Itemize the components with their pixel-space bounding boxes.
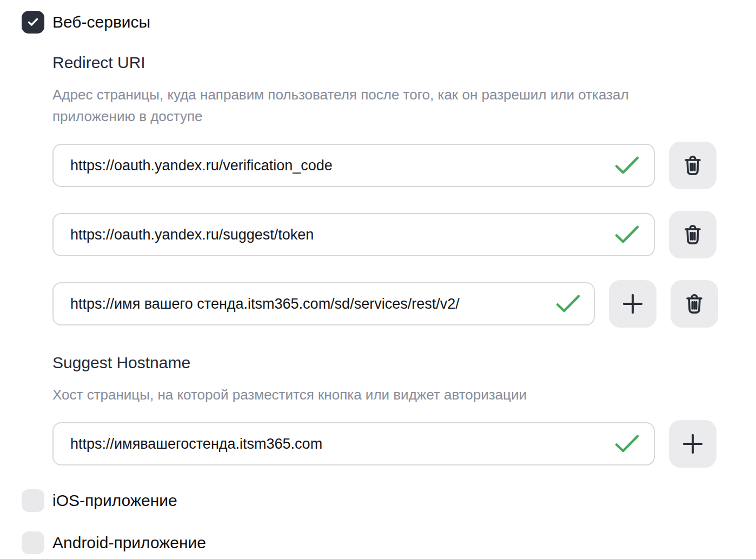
ios-app-checkbox-row[interactable]: iOS-приложение — [22, 489, 756, 512]
redirect-uri-input-wrap — [52, 282, 595, 325]
trash-icon — [683, 292, 706, 316]
add-suggest-hostname-button[interactable] — [669, 420, 717, 468]
android-app-checkbox-row[interactable]: Android-приложение — [22, 531, 756, 554]
redirect-uri-row — [52, 142, 756, 189]
ios-app-checkbox[interactable] — [22, 489, 44, 512]
delete-redirect-uri-button[interactable] — [669, 211, 717, 258]
ios-app-label: iOS-приложение — [52, 489, 177, 512]
android-app-checkbox[interactable] — [22, 531, 44, 554]
suggest-hostname-title: Suggest Hostname — [52, 354, 756, 372]
add-redirect-uri-button[interactable] — [609, 280, 656, 328]
suggest-hostname-description: Хост страницы, на которой разместится кн… — [52, 384, 680, 405]
suggest-hostname-rows — [52, 420, 756, 468]
redirect-uri-input-wrap — [52, 144, 655, 187]
platform-toggles: iOS-приложение Android-приложение — [22, 489, 756, 554]
web-services-checkbox[interactable] — [22, 11, 44, 34]
suggest-hostname-input-wrap — [52, 422, 655, 465]
plus-icon — [680, 431, 705, 456]
web-services-label: Веб-сервисы — [52, 11, 150, 34]
redirect-uri-input-wrap — [52, 213, 655, 256]
web-services-section: Redirect URI Адрес страницы, куда направ… — [52, 54, 756, 468]
checkmark-icon — [27, 17, 39, 27]
trash-icon — [681, 154, 704, 177]
android-app-label: Android-приложение — [52, 531, 206, 554]
oauth-platforms-form: Веб-сервисы Redirect URI Адрес страницы,… — [0, 0, 756, 554]
suggest-hostname-row — [52, 420, 756, 468]
delete-redirect-uri-button[interactable] — [669, 142, 717, 189]
redirect-uri-title: Redirect URI — [52, 54, 756, 72]
redirect-uri-input[interactable] — [52, 213, 655, 256]
plus-icon — [620, 291, 645, 316]
redirect-uri-input[interactable] — [52, 144, 655, 187]
suggest-hostname-input[interactable] — [52, 422, 655, 465]
redirect-uri-rows — [52, 142, 756, 328]
web-services-checkbox-row[interactable]: Веб-сервисы — [22, 11, 756, 34]
redirect-uri-description: Адрес страницы, куда направим пользовате… — [52, 84, 680, 127]
trash-icon — [681, 223, 704, 247]
redirect-uri-input[interactable] — [52, 282, 595, 325]
redirect-uri-row — [52, 280, 756, 328]
delete-redirect-uri-button[interactable] — [671, 280, 718, 328]
redirect-uri-row — [52, 211, 756, 258]
